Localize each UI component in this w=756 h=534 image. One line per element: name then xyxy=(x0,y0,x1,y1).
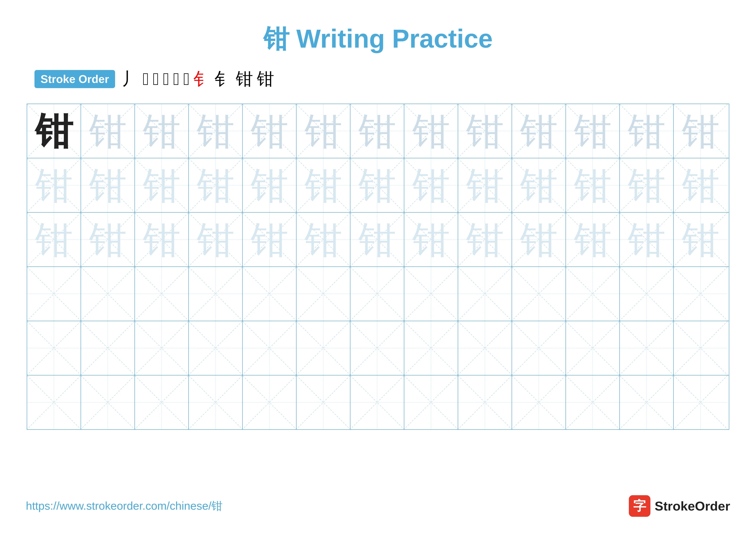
stroke-char: 𠃊 xyxy=(183,69,190,89)
stroke-char: 丿 xyxy=(122,67,139,91)
cell-character: 钳 xyxy=(305,112,342,150)
grid-cell: 钳 xyxy=(458,158,512,212)
svg-line-114 xyxy=(297,321,350,375)
svg-line-101 xyxy=(620,267,673,320)
svg-line-155 xyxy=(674,375,728,429)
svg-line-107 xyxy=(81,321,134,375)
cell-character: 钳 xyxy=(520,221,558,259)
svg-line-117 xyxy=(350,321,404,375)
grid-cell xyxy=(297,375,350,429)
grid-cell xyxy=(674,321,728,375)
grid-cell xyxy=(404,267,458,321)
cell-character: 钳 xyxy=(574,166,611,204)
grid-row xyxy=(27,375,729,429)
grid-cell: 钳 xyxy=(458,104,512,158)
grid-cell: 钳 xyxy=(243,104,297,158)
grid-cell xyxy=(189,267,243,321)
svg-line-125 xyxy=(566,321,619,375)
grid-cell xyxy=(512,321,566,375)
grid-cell xyxy=(404,321,458,375)
grid-cell: 钳 xyxy=(27,158,81,212)
svg-line-142 xyxy=(350,376,404,429)
cell-character: 钳 xyxy=(520,112,558,150)
cell-character: 钳 xyxy=(358,112,396,150)
grid-cell: 钳 xyxy=(674,104,728,158)
grid-cell xyxy=(350,267,404,321)
cell-character: 钳 xyxy=(628,112,665,150)
stroke-char: 钅 xyxy=(194,67,211,91)
grid-cell xyxy=(566,321,620,375)
grid-cell xyxy=(350,321,404,375)
svg-line-95 xyxy=(458,267,512,320)
stroke-char: 𠃊 xyxy=(143,69,149,89)
cell-character: 钳 xyxy=(466,166,504,204)
grid-cell: 钳 xyxy=(135,104,189,158)
grid-cell xyxy=(458,267,512,321)
grid-cell: 钳 xyxy=(620,213,674,267)
grid-cell: 钳 xyxy=(566,213,620,267)
grid-cell xyxy=(458,375,512,429)
stroke-char: 钳 xyxy=(236,67,253,91)
svg-line-143 xyxy=(350,376,404,429)
grid-cell xyxy=(81,375,135,429)
cell-character: 钳 xyxy=(412,221,450,259)
grid-cell xyxy=(674,375,728,429)
cell-character: 钳 xyxy=(466,221,504,259)
svg-line-135 xyxy=(135,376,188,429)
grid-cell: 钳 xyxy=(512,158,566,212)
cell-character: 钳 xyxy=(412,166,450,204)
cell-character: 钳 xyxy=(305,166,342,204)
svg-line-116 xyxy=(350,321,404,375)
grid-cell: 钳 xyxy=(297,104,350,158)
cell-character: 钳 xyxy=(197,166,234,204)
grid-cell xyxy=(297,267,350,321)
svg-line-152 xyxy=(620,376,673,429)
svg-line-148 xyxy=(512,376,565,429)
logo-char: 字 xyxy=(633,497,646,515)
stroke-order-badge: Stroke Order xyxy=(35,70,115,88)
grid-cell: 钳 xyxy=(620,158,674,212)
svg-line-96 xyxy=(512,267,565,320)
svg-line-128 xyxy=(674,321,728,375)
cell-character: 钳 xyxy=(628,166,665,204)
svg-line-83 xyxy=(135,267,188,320)
svg-line-133 xyxy=(81,376,134,429)
svg-line-126 xyxy=(620,321,673,375)
svg-line-104 xyxy=(27,321,81,375)
grid-cell: 钳 xyxy=(135,158,189,212)
cell-character: 钳 xyxy=(251,166,288,204)
svg-line-130 xyxy=(27,376,81,429)
cell-character: 钳 xyxy=(574,221,611,259)
svg-line-140 xyxy=(297,376,350,429)
svg-line-98 xyxy=(566,267,619,320)
svg-line-134 xyxy=(135,376,188,429)
cell-character: 钳 xyxy=(143,166,180,204)
svg-line-80 xyxy=(81,267,134,320)
svg-line-78 xyxy=(27,267,81,320)
cell-character: 钳 xyxy=(89,112,127,150)
grid-cell xyxy=(404,375,458,429)
svg-line-82 xyxy=(135,267,188,320)
cell-character: 钳 xyxy=(682,221,719,259)
svg-line-111 xyxy=(189,321,242,375)
grid-cell xyxy=(135,375,189,429)
grid-cell xyxy=(135,267,189,321)
svg-line-138 xyxy=(243,376,296,429)
grid-cell: 钳 xyxy=(512,213,566,267)
grid-cell: 钳 xyxy=(81,104,135,158)
cell-character: 钳 xyxy=(574,112,611,150)
cell-character: 钳 xyxy=(358,221,396,259)
grid-cell: 钳 xyxy=(512,104,566,158)
grid-row: 钳钳钳钳钳钳钳钳钳钳钳钳钳 xyxy=(27,213,729,267)
grid-cell xyxy=(243,321,297,375)
cell-character: 钳 xyxy=(197,112,234,150)
grid-row: 钳钳钳钳钳钳钳钳钳钳钳钳钳 xyxy=(27,158,729,213)
svg-line-94 xyxy=(458,267,512,320)
grid-cell: 钳 xyxy=(350,104,404,158)
stroke-char: 钳 xyxy=(257,67,274,91)
svg-line-145 xyxy=(404,376,458,429)
grid-cell: 钳 xyxy=(566,104,620,158)
svg-line-129 xyxy=(674,321,728,375)
svg-line-137 xyxy=(189,376,242,429)
grid-cell: 钳 xyxy=(81,213,135,267)
